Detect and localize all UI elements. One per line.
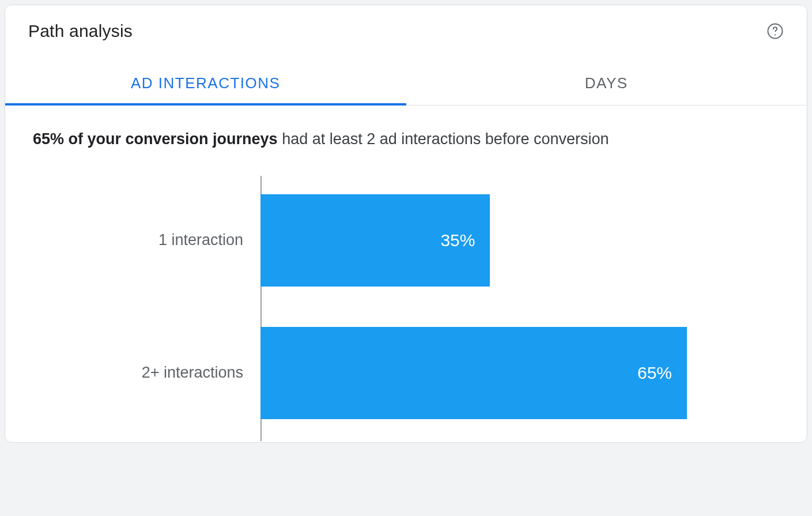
tab-days[interactable]: DAYS xyxy=(406,64,807,105)
chart-bar-label: 2+ interactions xyxy=(33,364,260,382)
chart-bar-track: 65% xyxy=(260,327,784,419)
insight-bold: 65% of your conversion journeys xyxy=(33,130,278,148)
chart-bar: 65% xyxy=(260,327,687,419)
card-title: Path analysis xyxy=(28,21,133,41)
insight-rest: had at least 2 ad interactions before co… xyxy=(278,130,609,148)
path-analysis-card: Path analysis AD INTERACTIONS DAYS 65% o… xyxy=(5,5,807,443)
svg-point-1 xyxy=(775,34,776,35)
chart-bar-row: 2+ interactions 65% xyxy=(33,327,784,419)
chart-bar: 35% xyxy=(260,194,490,287)
help-icon[interactable] xyxy=(766,22,784,40)
chart-bar-value: 65% xyxy=(637,363,672,383)
chart-bar-value: 35% xyxy=(440,231,475,250)
chart-bar-track: 35% xyxy=(260,194,784,287)
chart-bar-row: 1 interaction 35% xyxy=(33,194,784,287)
tab-ad-interactions[interactable]: AD INTERACTIONS xyxy=(5,64,406,105)
chart-bar-label: 1 interaction xyxy=(33,231,260,249)
card-header: Path analysis xyxy=(28,21,784,41)
tabs: AD INTERACTIONS DAYS xyxy=(5,64,807,106)
chart-ad-interactions: 1 interaction 35% 2+ interactions 65% xyxy=(33,176,784,419)
chart-rows: 1 interaction 35% 2+ interactions 65% xyxy=(33,176,784,419)
insight-text: 65% of your conversion journeys had at l… xyxy=(33,129,784,150)
